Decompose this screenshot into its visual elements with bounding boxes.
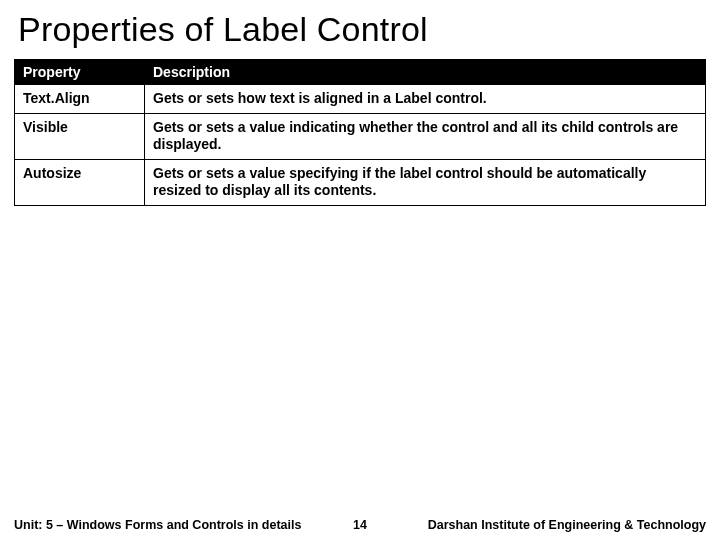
cell-property: Visible — [15, 113, 145, 159]
slide: Properties of Label Control Property Des… — [0, 0, 720, 540]
page-title: Properties of Label Control — [18, 10, 706, 49]
cell-property: Autosize — [15, 159, 145, 205]
col-header-description: Description — [145, 60, 706, 85]
cell-description: Gets or sets a value indicating whether … — [145, 113, 706, 159]
cell-description: Gets or sets how text is aligned in a La… — [145, 85, 706, 114]
slide-footer: Unit: 5 – Windows Forms and Controls in … — [0, 518, 720, 532]
table-header-row: Property Description — [15, 60, 706, 85]
col-header-property: Property — [15, 60, 145, 85]
footer-org: Darshan Institute of Engineering & Techn… — [428, 518, 706, 532]
table-row: Visible Gets or sets a value indicating … — [15, 113, 706, 159]
footer-unit: Unit: 5 – Windows Forms and Controls in … — [14, 518, 301, 532]
footer-page-number: 14 — [353, 518, 367, 532]
properties-table: Property Description Text.Align Gets or … — [14, 59, 706, 206]
table-row: Text.Align Gets or sets how text is alig… — [15, 85, 706, 114]
table-row: Autosize Gets or sets a value specifying… — [15, 159, 706, 205]
cell-property: Text.Align — [15, 85, 145, 114]
cell-description: Gets or sets a value specifying if the l… — [145, 159, 706, 205]
